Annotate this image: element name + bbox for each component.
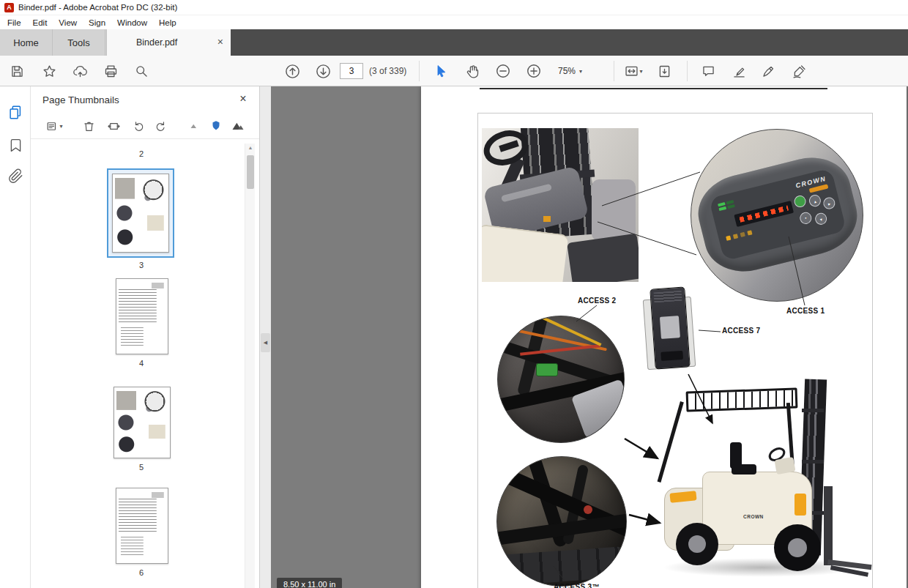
power-button bbox=[793, 194, 807, 208]
next-page-button[interactable] bbox=[313, 62, 332, 81]
tab-home[interactable]: Home bbox=[0, 29, 53, 56]
access2-wiring-circle bbox=[497, 316, 625, 443]
thumbnail-page-4[interactable] bbox=[116, 278, 168, 354]
small-mountain-icon bbox=[187, 119, 201, 133]
menu-window[interactable]: Window bbox=[111, 18, 153, 27]
access3-label: ACCESS 3™ bbox=[554, 583, 600, 588]
rotate-ccw-button[interactable] bbox=[129, 116, 148, 135]
up-arrow-button: ▴ bbox=[808, 193, 822, 207]
rotate-cw-button[interactable] bbox=[151, 116, 170, 135]
window-title: Binder.pdf - Adobe Acrobat Pro DC (32-bi… bbox=[18, 3, 177, 12]
zoom-in-button[interactable] bbox=[524, 62, 543, 81]
panel-toolbar: ▾ bbox=[31, 113, 259, 139]
menu-help[interactable]: Help bbox=[153, 18, 182, 27]
page-number-label: 3 bbox=[130, 261, 152, 269]
toolbar-separator bbox=[614, 61, 614, 81]
panel-title: Page Thumbnails bbox=[42, 94, 119, 105]
side-panel bbox=[592, 179, 636, 241]
thumbnail-preview bbox=[112, 174, 169, 253]
thumbnail-badge-button[interactable] bbox=[206, 116, 226, 135]
warning-sticker bbox=[543, 216, 551, 222]
save-button[interactable] bbox=[7, 62, 26, 81]
menu-bar: File Edit View Sign Window Help bbox=[0, 15, 908, 29]
pdf-page: CROWN ▴ bbox=[421, 86, 907, 588]
menu-button: • bbox=[799, 211, 813, 225]
rail-attachments-button[interactable] bbox=[7, 167, 24, 185]
thumbnail-page-3[interactable] bbox=[107, 168, 174, 258]
sign-button[interactable] bbox=[759, 62, 778, 81]
acrobat-app-icon: A bbox=[4, 3, 14, 12]
tab-document[interactable]: Binder.pdf × bbox=[106, 29, 231, 56]
zoom-out-button[interactable] bbox=[494, 62, 513, 81]
highlight-button[interactable] bbox=[729, 62, 748, 81]
hand-tool-button[interactable] bbox=[463, 62, 482, 81]
share-button[interactable] bbox=[70, 62, 89, 81]
wheel-hub bbox=[688, 535, 706, 553]
zoom-level-dropdown[interactable]: 75% ▾ bbox=[555, 62, 585, 81]
status-led bbox=[718, 206, 726, 211]
find-button[interactable] bbox=[132, 62, 151, 81]
close-panel-icon[interactable]: × bbox=[236, 92, 250, 105]
page-number-label: 4 bbox=[130, 359, 152, 368]
main-toolbar: (3 of 339) 75% ▾ ▾ bbox=[0, 56, 908, 86]
panel-scrollbar[interactable]: ▲ bbox=[245, 144, 255, 588]
fit-width-button[interactable]: ▾ bbox=[619, 62, 647, 81]
speech-bubble-icon bbox=[701, 64, 716, 79]
star-button[interactable] bbox=[40, 62, 59, 81]
page-number-input[interactable] bbox=[340, 63, 363, 79]
select-tool-button[interactable] bbox=[432, 62, 451, 81]
thumbnail-size-small-button[interactable] bbox=[185, 116, 204, 135]
print-button[interactable] bbox=[101, 62, 120, 81]
rail-bookmarks-button[interactable] bbox=[7, 136, 24, 154]
module-vent bbox=[654, 291, 682, 303]
scrollbar-thumb[interactable] bbox=[247, 155, 254, 189]
green-connector bbox=[536, 363, 558, 376]
reading-mode-icon bbox=[657, 64, 672, 79]
menu-edit[interactable]: Edit bbox=[27, 18, 53, 27]
status-led bbox=[727, 204, 735, 209]
module-label bbox=[660, 316, 680, 339]
access7-module bbox=[644, 288, 696, 374]
hand-icon bbox=[465, 64, 480, 79]
highlighter-icon bbox=[732, 64, 747, 79]
panel-header: Page Thumbnails × bbox=[31, 86, 259, 113]
battery-cells bbox=[504, 546, 623, 585]
previous-page-button[interactable] bbox=[283, 62, 302, 81]
module-connector bbox=[660, 351, 683, 361]
red-terminal bbox=[584, 505, 592, 514]
printer-icon bbox=[103, 64, 119, 79]
reading-mode-button[interactable] bbox=[655, 62, 674, 81]
page-count-label: (3 of 339) bbox=[369, 66, 406, 76]
mast-crossbar bbox=[802, 460, 824, 464]
thumbnails-options-button[interactable]: ▾ bbox=[41, 116, 67, 135]
resize-icon bbox=[107, 119, 121, 133]
collapse-panel-handle[interactable]: ◀ bbox=[261, 333, 270, 352]
star-icon bbox=[42, 64, 57, 79]
blue-shield-icon bbox=[209, 119, 223, 133]
tab-tools[interactable]: Tools bbox=[53, 29, 105, 56]
thumbnail-size-large-button[interactable] bbox=[228, 116, 248, 135]
rail-thumbnails-button[interactable] bbox=[7, 104, 24, 122]
acrobat-window: A Binder.pdf - Adobe Acrobat Pro DC (32-… bbox=[0, 0, 908, 588]
fill-sign-button[interactable] bbox=[789, 62, 808, 81]
menu-view[interactable]: View bbox=[53, 18, 83, 27]
arrow-down-circle-icon bbox=[315, 63, 332, 80]
delete-page-button[interactable] bbox=[79, 116, 98, 135]
comment-button[interactable] bbox=[699, 62, 718, 81]
cab-photo bbox=[482, 128, 639, 282]
page-thumbnails-icon bbox=[7, 105, 23, 121]
thumbnail-page-5[interactable] bbox=[114, 387, 171, 458]
overhead-guard-rear-post bbox=[658, 401, 684, 483]
magnifier-icon bbox=[134, 64, 149, 79]
resize-thumbnails-button[interactable] bbox=[104, 116, 123, 135]
crown-logo: CROWN bbox=[743, 514, 764, 519]
menu-sign[interactable]: Sign bbox=[83, 18, 111, 27]
close-tab-icon[interactable]: × bbox=[217, 36, 223, 48]
access1-label: ACCESS 1 bbox=[786, 307, 825, 315]
menu-file[interactable]: File bbox=[1, 18, 27, 27]
scroll-up-icon[interactable]: ▲ bbox=[245, 145, 256, 150]
arrow-up-circle-icon bbox=[284, 63, 301, 80]
thumbnail-page-6[interactable] bbox=[116, 488, 168, 564]
panel-splitter[interactable]: ◀ bbox=[260, 86, 271, 588]
chevron-down-icon: ▾ bbox=[639, 68, 642, 75]
